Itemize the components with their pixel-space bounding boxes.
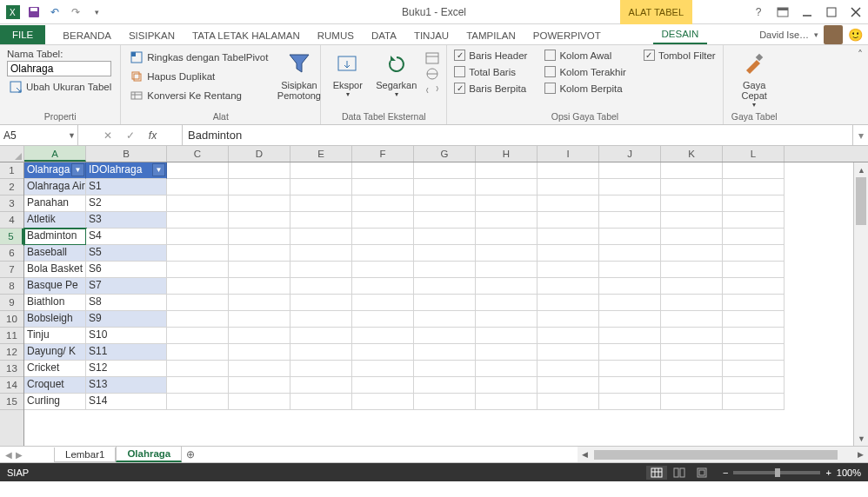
cell-I9[interactable]	[537, 295, 599, 311]
cell-F12[interactable]	[352, 344, 414, 361]
cell-F5[interactable]	[352, 229, 414, 245]
cell-D5[interactable]	[229, 229, 290, 245]
cell-A7[interactable]: Bola Basket	[24, 262, 86, 278]
row-header-9[interactable]: 9	[0, 295, 23, 311]
cell-E9[interactable]	[290, 295, 352, 311]
cell-D14[interactable]	[229, 377, 290, 394]
enter-formula-icon[interactable]: ✓	[126, 129, 135, 142]
expand-formula-icon[interactable]: ▾	[852, 125, 868, 145]
cell-E7[interactable]	[290, 262, 352, 278]
cell-F4[interactable]	[352, 212, 414, 229]
cell-I15[interactable]	[537, 394, 599, 410]
ribbon-display-icon[interactable]	[771, 0, 795, 24]
cell-K13[interactable]	[661, 361, 723, 377]
cell-F14[interactable]	[352, 377, 414, 394]
row-header-13[interactable]: 13	[0, 361, 23, 377]
cell-I12[interactable]	[537, 344, 599, 361]
scroll-down-icon[interactable]: ▼	[854, 431, 868, 446]
cell-H7[interactable]	[476, 262, 537, 278]
column-header-I[interactable]: I	[537, 146, 599, 162]
horizontal-scrollbar[interactable]: ◀ ▶	[578, 447, 868, 462]
cell-I1[interactable]	[537, 162, 599, 179]
select-all-corner[interactable]	[0, 146, 24, 162]
cell-H11[interactable]	[476, 328, 537, 344]
cell-H4[interactable]	[476, 212, 537, 229]
banded-row-checkbox[interactable]: ✓Baris Berpita	[454, 82, 527, 95]
tab-beranda[interactable]: BERANDA	[54, 27, 120, 44]
cell-C3[interactable]	[167, 195, 229, 212]
name-box[interactable]: A5 ▼	[0, 125, 78, 145]
cell-E5[interactable]	[290, 229, 352, 245]
cell-L3[interactable]	[723, 195, 785, 212]
cell-D3[interactable]	[229, 195, 290, 212]
cell-J14[interactable]	[599, 377, 661, 394]
last-col-checkbox[interactable]: Kolom Terakhir	[544, 65, 626, 78]
cell-I7[interactable]	[537, 262, 599, 278]
cell-G14[interactable]	[414, 377, 476, 394]
user-name[interactable]: David Ise…	[759, 30, 809, 40]
cell-B6[interactable]: S5	[86, 245, 167, 262]
cell-G11[interactable]	[414, 328, 476, 344]
cell-I11[interactable]	[537, 328, 599, 344]
cell-C13[interactable]	[167, 361, 229, 377]
cell-A12[interactable]: Dayung/ K	[24, 344, 86, 361]
cell-F2[interactable]	[352, 179, 414, 195]
export-button[interactable]: Ekspor ▾	[328, 49, 367, 110]
cell-A13[interactable]: Cricket	[24, 361, 86, 377]
cell-K3[interactable]	[661, 195, 723, 212]
tab-rumus[interactable]: RUMUS	[309, 27, 363, 44]
cell-D4[interactable]	[229, 212, 290, 229]
cell-G10[interactable]	[414, 311, 476, 328]
cell-J4[interactable]	[599, 212, 661, 229]
cell-I4[interactable]	[537, 212, 599, 229]
tab-tampilan[interactable]: TAMPILAN	[457, 27, 524, 44]
cell-D11[interactable]	[229, 328, 290, 344]
cell-F8[interactable]	[352, 278, 414, 295]
cell-B13[interactable]: S12	[86, 361, 167, 377]
cell-D15[interactable]	[229, 394, 290, 410]
cell-B11[interactable]: S10	[86, 328, 167, 344]
cell-J7[interactable]	[599, 262, 661, 278]
cell-H15[interactable]	[476, 394, 537, 410]
table-name-input[interactable]	[7, 61, 111, 76]
column-header-D[interactable]: D	[229, 146, 290, 162]
cell-A2[interactable]: Olahraga Air	[24, 179, 86, 195]
cell-K1[interactable]	[661, 162, 723, 179]
cell-E13[interactable]	[290, 361, 352, 377]
row-header-12[interactable]: 12	[0, 344, 23, 361]
cell-K14[interactable]	[661, 377, 723, 394]
cell-H1[interactable]	[476, 162, 537, 179]
cell-A4[interactable]: Atletik	[24, 212, 86, 229]
undo-icon[interactable]: ↶	[47, 4, 63, 20]
cell-F7[interactable]	[352, 262, 414, 278]
row-header-3[interactable]: 3	[0, 195, 23, 212]
cell-L11[interactable]	[723, 328, 785, 344]
chevron-down-icon[interactable]: ▼	[68, 131, 76, 140]
cell-B15[interactable]: S14	[86, 394, 167, 410]
sheet-tab-lembar1[interactable]: Lembar1	[54, 447, 116, 462]
row-header-10[interactable]: 10	[0, 311, 23, 328]
cell-H14[interactable]	[476, 377, 537, 394]
cell-B12[interactable]: S11	[86, 344, 167, 361]
cell-K2[interactable]	[661, 179, 723, 195]
cell-D10[interactable]	[229, 311, 290, 328]
cell-K12[interactable]	[661, 344, 723, 361]
zoom-slider[interactable]	[733, 471, 820, 474]
cell-L10[interactable]	[723, 311, 785, 328]
cell-A9[interactable]: Biathlon	[24, 295, 86, 311]
scroll-left-icon[interactable]: ◀	[578, 447, 592, 462]
cell-E11[interactable]	[290, 328, 352, 344]
cell-E8[interactable]	[290, 278, 352, 295]
row-header-8[interactable]: 8	[0, 278, 23, 295]
cell-G15[interactable]	[414, 394, 476, 410]
cell-C6[interactable]	[167, 245, 229, 262]
cell-H12[interactable]	[476, 344, 537, 361]
column-header-H[interactable]: H	[476, 146, 537, 162]
smiley-icon[interactable]: 🙂	[848, 28, 863, 42]
cell-H10[interactable]	[476, 311, 537, 328]
remove-duplicates-button[interactable]: Hapus Duplikat	[128, 68, 270, 85]
cell-L15[interactable]	[723, 394, 785, 410]
insert-slicer-button[interactable]: Sisipkan Pemotong	[275, 49, 323, 110]
view-normal-icon[interactable]	[646, 466, 667, 480]
cell-B10[interactable]: S9	[86, 311, 167, 328]
